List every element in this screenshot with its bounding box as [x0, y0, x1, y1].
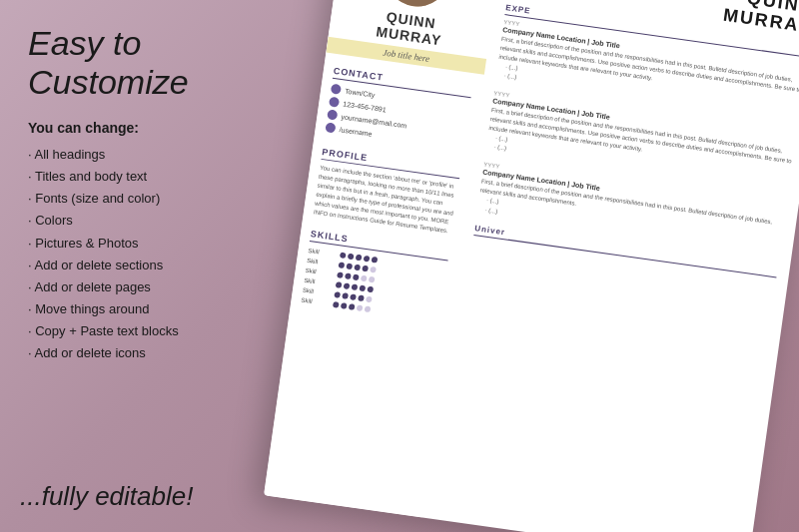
skill-dot	[356, 255, 363, 262]
main-title: Easy to Customize	[28, 24, 262, 102]
skill-dot	[364, 256, 371, 263]
skill-dots	[334, 291, 372, 302]
skill-label: Skill	[301, 297, 330, 307]
list-item: · Titles and body text	[28, 166, 262, 188]
skill-dots	[336, 281, 374, 292]
skill-dot	[337, 271, 344, 278]
skill-label: Skill	[304, 277, 333, 287]
skill-dot	[359, 285, 366, 292]
skill-dot	[345, 272, 352, 279]
skill-dot	[366, 296, 373, 303]
resume-card: QUINN MURRAY Job title here CONTACT Town…	[264, 0, 799, 532]
skill-dot	[336, 281, 343, 288]
resume-name: QUINN MURRAY	[376, 8, 445, 49]
skills-container: SkillSkillSkillSkillSkillSkill	[301, 248, 446, 322]
skill-dots	[333, 301, 371, 312]
skill-dot	[353, 273, 360, 280]
skill-dot	[369, 276, 376, 283]
skill-dot	[361, 275, 368, 282]
skill-dot	[358, 294, 365, 301]
email-icon	[327, 109, 338, 120]
list-item: · Add or delete pages	[28, 276, 262, 298]
bottom-tagline: ...fully editable!	[20, 481, 193, 512]
skill-dot	[341, 302, 348, 309]
skill-dot	[333, 301, 340, 308]
skill-dot	[348, 254, 355, 261]
experience-container: YYYY Company Name Location | Job Title F…	[476, 19, 799, 257]
list-item: · Move things around	[28, 298, 262, 320]
skill-dot	[352, 283, 359, 290]
skill-dot	[342, 292, 349, 299]
list-item: · Pictures & Photos	[28, 233, 262, 255]
skill-label: Skill	[303, 287, 332, 297]
skill-dots	[340, 252, 378, 263]
skill-label: Skill	[305, 267, 334, 277]
phone-icon	[329, 96, 340, 107]
skill-dot	[362, 266, 369, 272]
skill-dot	[357, 304, 364, 311]
list-item: · All headings	[28, 144, 262, 166]
features-list: · All headings· Titles and body text· Fo…	[28, 144, 262, 364]
skill-dot	[344, 282, 351, 289]
list-item: · Fonts (size and color)	[28, 188, 262, 210]
left-panel: Easy to Customize You can change: · All …	[0, 0, 290, 532]
skill-dots	[337, 271, 375, 282]
skill-dot	[340, 252, 347, 259]
skill-dot	[349, 303, 356, 310]
list-item: · Colors	[28, 210, 262, 232]
skill-dot	[370, 266, 377, 273]
skill-dot	[372, 257, 379, 264]
skill-dot	[367, 286, 374, 293]
list-item: · Add or delete icons	[28, 342, 262, 364]
skill-dot	[338, 262, 345, 268]
skill-dot	[346, 263, 353, 269]
skill-label: Skill	[307, 258, 336, 267]
skill-label: Skill	[308, 248, 337, 258]
linkedin-icon	[325, 122, 336, 133]
skill-dot	[350, 293, 357, 300]
skill-dot	[334, 291, 341, 298]
list-item: · Copy + Paste text blocks	[28, 320, 262, 342]
location-icon	[331, 84, 342, 95]
list-item: · Add or delete sections	[28, 255, 262, 276]
skill-dot	[365, 305, 372, 312]
you-can-change-label: You can change:	[28, 120, 262, 136]
skill-dot	[354, 265, 361, 271]
skill-dots	[338, 262, 376, 272]
